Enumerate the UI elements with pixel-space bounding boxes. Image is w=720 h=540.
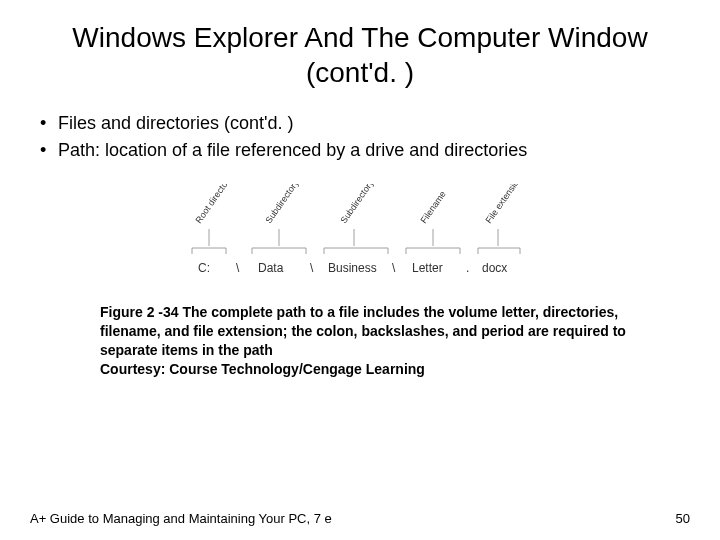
path-segment: Business	[328, 261, 377, 275]
figure-text: The complete path to a file includes the…	[100, 304, 626, 358]
list-item: Files and directories (cont'd. )	[40, 110, 690, 137]
path-segment: docx	[482, 261, 507, 275]
path-separator: \	[392, 261, 396, 275]
list-item: Path: location of a file referenced by a…	[40, 137, 690, 164]
diagram-label: Root directory	[193, 184, 234, 225]
path-separator: \	[310, 261, 314, 275]
path-diagram: Root directory Subdirectory to root Subd…	[30, 184, 690, 293]
path-segment: C:	[198, 261, 210, 275]
path-separator: \	[236, 261, 240, 275]
page-title: Windows Explorer And The Computer Window…	[30, 20, 690, 90]
slide-footer: A+ Guide to Managing and Maintaining You…	[30, 511, 690, 526]
figure-courtesy: Courtesy: Course Technology/Cengage Lear…	[100, 360, 635, 379]
bullet-list: Files and directories (cont'd. ) Path: l…	[40, 110, 690, 164]
diagram-label: File extension	[483, 184, 523, 225]
footer-source: A+ Guide to Managing and Maintaining You…	[30, 511, 332, 526]
path-segment: Data	[258, 261, 284, 275]
diagram-label: Subdirectory to root	[263, 184, 317, 225]
figure-number: Figure 2 -34	[100, 304, 179, 320]
path-segment: Letter	[412, 261, 443, 275]
figure-caption: Figure 2 -34 The complete path to a file…	[100, 303, 635, 379]
page-number: 50	[676, 511, 690, 526]
diagram-label: Filename	[418, 189, 447, 225]
diagram-label: Subdirectory to data	[338, 184, 392, 225]
path-separator: .	[466, 261, 469, 275]
slide: Windows Explorer And The Computer Window…	[0, 0, 720, 540]
